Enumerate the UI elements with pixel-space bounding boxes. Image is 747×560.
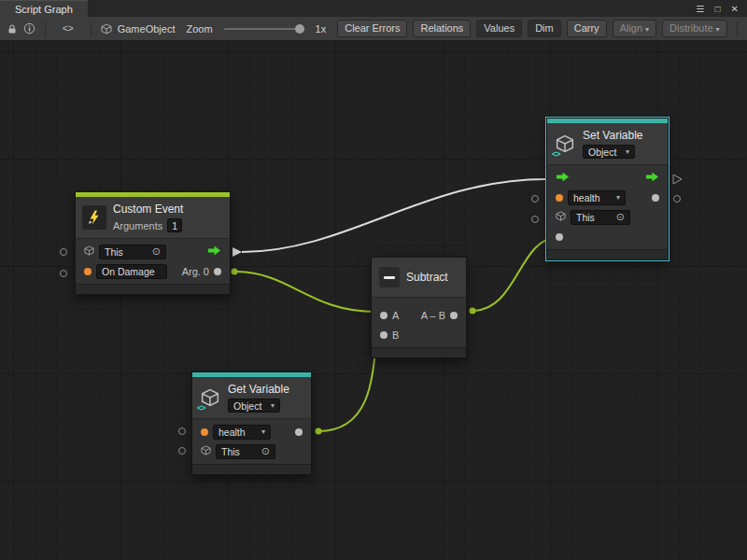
target-field[interactable]: This ⊙ xyxy=(571,210,630,225)
port-indicator[interactable] xyxy=(674,196,681,203)
distribute-label: Distribute xyxy=(669,22,712,34)
menu-icon[interactable]: ☰ xyxy=(697,4,705,14)
variable-icon: <> xyxy=(199,386,221,409)
graph-canvas[interactable]: Custom Event Arguments 1 This ⊙ xyxy=(0,41,747,560)
port-row: A A – B xyxy=(372,305,466,325)
target-field[interactable]: This ⊙ xyxy=(99,245,166,259)
object-cube-icon xyxy=(556,211,566,223)
variable-icon: <> xyxy=(554,133,576,155)
arg0-label: Arg. 0 xyxy=(182,266,209,277)
node-set-variable[interactable]: <> Set Variable Object ▾ xyxy=(546,118,669,260)
align-dropdown[interactable]: Align▾ xyxy=(613,20,656,37)
node-footer xyxy=(76,284,230,294)
event-name-value: On Damage xyxy=(102,266,155,277)
arg0-out-port[interactable] xyxy=(214,268,221,275)
arguments-input[interactable]: 1 xyxy=(167,218,182,232)
port-indicator[interactable] xyxy=(61,249,67,256)
subtract-icon xyxy=(379,267,400,287)
relations-button[interactable]: Relations xyxy=(413,20,471,37)
input-b-port[interactable] xyxy=(380,331,388,339)
flow-out-port[interactable] xyxy=(645,172,659,184)
dim-toggle[interactable]: Dim xyxy=(528,20,561,37)
port-indicator[interactable] xyxy=(179,448,186,455)
zoom-slider-knob[interactable] xyxy=(295,24,304,34)
value-out-port[interactable] xyxy=(652,194,659,202)
tab-script-graph[interactable]: Script Graph xyxy=(0,0,88,17)
chevron-down-icon: ▾ xyxy=(716,25,720,34)
scope-dropdown[interactable]: Object ▾ xyxy=(228,399,280,413)
port-row: This ⊙ xyxy=(547,207,668,227)
script-graph-window: Script Graph ☰ □ ✕ <> GameObject Zoom 1x… xyxy=(0,0,747,560)
node-header: <> Get Variable Object ▾ xyxy=(192,377,311,419)
port-row: health ▾ xyxy=(547,188,668,207)
output-port[interactable] xyxy=(450,312,458,319)
object-picker-icon[interactable]: ⊙ xyxy=(152,246,161,257)
zoom-slider[interactable] xyxy=(224,28,304,30)
lock-icon[interactable] xyxy=(7,23,18,35)
scope-value: Object xyxy=(588,147,616,158)
target-value: This xyxy=(576,212,595,223)
target-value: This xyxy=(105,246,123,258)
port-indicator[interactable] xyxy=(61,271,67,277)
target-field[interactable]: This ⊙ xyxy=(216,444,275,459)
object-cube-icon xyxy=(201,445,211,457)
node-get-variable[interactable]: <> Get Variable Object ▾ health ▾ xyxy=(191,371,312,475)
chevron-down-icon: ▾ xyxy=(261,428,265,436)
close-icon[interactable]: ✕ xyxy=(731,4,739,14)
carry-toggle[interactable]: Carry xyxy=(567,20,607,37)
event-name-input[interactable]: On Damage xyxy=(96,264,167,279)
event-name-port[interactable] xyxy=(84,268,92,275)
wire-subtract-setvariable-value[interactable] xyxy=(472,238,557,311)
object-picker-icon[interactable]: ⊙ xyxy=(616,212,625,222)
flow-in-port[interactable] xyxy=(556,172,570,184)
distribute-dropdown[interactable]: Distribute▾ xyxy=(662,20,726,37)
variable-name-dropdown[interactable]: health ▾ xyxy=(568,190,626,205)
port-row: This ⊙ xyxy=(192,441,311,461)
values-toggle[interactable]: Values xyxy=(476,20,522,37)
wire-flow-customevent-setvariable[interactable] xyxy=(242,179,545,252)
node-subtract[interactable]: Subtract A A – B B xyxy=(371,257,467,358)
node-custom-event[interactable]: Custom Event Arguments 1 This ⊙ xyxy=(75,191,231,295)
port-row xyxy=(547,227,668,246)
variable-brackets-icon: <> xyxy=(197,403,205,413)
scope-value: Object xyxy=(233,400,261,412)
node-body: A A – B B xyxy=(372,298,466,347)
variable-name-port[interactable] xyxy=(201,428,208,436)
maximize-icon[interactable]: □ xyxy=(715,4,721,14)
variable-name-dropdown[interactable]: health ▾ xyxy=(213,425,271,440)
chevron-down-icon: ▾ xyxy=(626,148,629,156)
node-title: Subtract xyxy=(406,271,448,284)
tab-bar: Script Graph ☰ □ ✕ xyxy=(0,0,747,17)
node-footer xyxy=(192,464,311,474)
node-title: Set Variable xyxy=(583,129,642,142)
zoom-value: 1x xyxy=(316,23,327,35)
chevron-down-icon: ▾ xyxy=(271,402,275,410)
chevron-down-icon: ▾ xyxy=(645,25,649,34)
variable-name-port[interactable] xyxy=(556,194,563,202)
variable-brackets-icon: <> xyxy=(552,149,560,159)
wire-getvariable-subtract-b[interactable] xyxy=(318,331,376,431)
info-icon[interactable] xyxy=(23,22,35,35)
clear-errors-button[interactable]: Clear Errors xyxy=(337,20,407,37)
object-picker-icon[interactable]: ⊙ xyxy=(261,446,270,456)
port-indicator[interactable] xyxy=(532,196,539,203)
port-indicator[interactable] xyxy=(179,428,186,435)
flow-out-port[interactable] xyxy=(207,245,221,258)
zoom-label: Zoom xyxy=(186,23,212,35)
code-icon[interactable]: <> xyxy=(55,23,81,34)
node-header: <> Set Variable Object ▾ xyxy=(547,123,668,165)
port-indicator[interactable] xyxy=(532,217,539,223)
value-out-port[interactable] xyxy=(295,428,303,436)
port-row: health ▾ xyxy=(192,422,311,441)
wire-arg0-subtract-a[interactable] xyxy=(234,272,376,312)
value-in-port[interactable] xyxy=(556,233,563,241)
graph-toolbar: <> GameObject Zoom 1x Clear Errors Relat… xyxy=(0,17,747,41)
gameobject-label[interactable]: GameObject xyxy=(118,23,176,35)
flow-out-indicator[interactable] xyxy=(673,175,682,184)
output-label: A – B xyxy=(421,310,445,321)
custom-event-icon xyxy=(82,205,106,230)
scope-dropdown[interactable]: Object ▾ xyxy=(583,145,635,159)
port-row xyxy=(547,168,668,188)
toolbar-separator xyxy=(45,21,46,36)
input-a-port[interactable] xyxy=(380,312,388,319)
